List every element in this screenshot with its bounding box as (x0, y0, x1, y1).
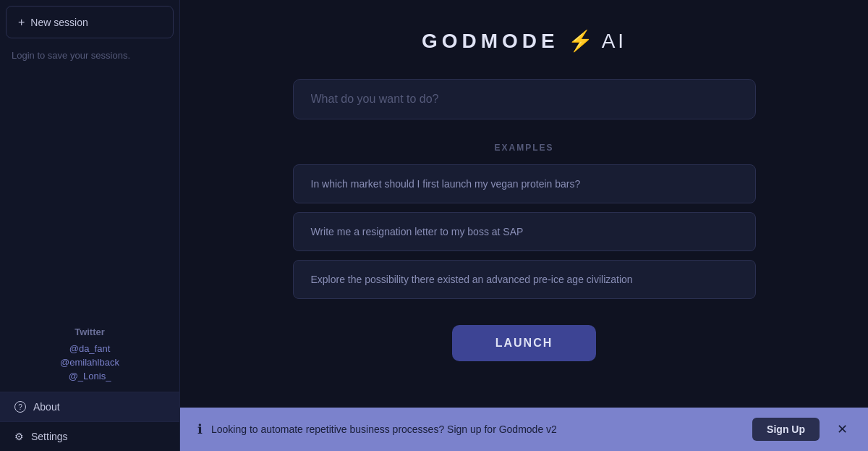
question-icon: ? (14, 401, 26, 413)
main-content: GODMODE ⚡ AI EXAMPLES In which market sh… (180, 0, 868, 408)
about-label: About (33, 401, 60, 413)
twitter-label: Twitter (12, 326, 168, 337)
examples-label: EXAMPLES (293, 143, 756, 153)
ai-text: AI (602, 30, 626, 53)
example-card-2[interactable]: Write me a resignation letter to my boss… (293, 212, 756, 251)
settings-button[interactable]: ⚙ Settings (0, 422, 179, 451)
twitter-section: Twitter @da_fant @emilahlback @_Lonis_ (0, 318, 179, 392)
new-session-button[interactable]: + New session (6, 6, 174, 38)
about-button[interactable]: ? About (0, 392, 179, 422)
plus-icon: + (18, 16, 25, 29)
logo-text: GODMODE (422, 30, 559, 53)
example-card-1[interactable]: In which market should I first launch my… (293, 164, 756, 203)
twitter-link-3[interactable]: @_Lonis_ (12, 369, 168, 383)
gear-icon: ⚙ (14, 431, 24, 442)
sign-up-button[interactable]: Sign Up (752, 418, 820, 441)
info-icon: ℹ (197, 421, 203, 437)
twitter-link-2[interactable]: @emilahlback (12, 355, 168, 369)
bottom-banner: ℹ Looking to automate repetitive busines… (180, 408, 868, 451)
sidebar: + New session Login to save your session… (0, 0, 180, 451)
lightning-icon: ⚡ (568, 29, 593, 53)
examples-section: EXAMPLES In which market should I first … (293, 143, 756, 308)
example-card-3[interactable]: Explore the possibility there existed an… (293, 260, 756, 299)
new-session-label: New session (30, 17, 88, 28)
close-banner-button[interactable]: ✕ (834, 421, 851, 437)
settings-label: Settings (31, 431, 68, 442)
login-text: Login to save your sessions. (0, 44, 179, 67)
banner-text: Looking to automate repetitive business … (211, 423, 744, 435)
launch-button[interactable]: LAUNCH (452, 325, 597, 361)
twitter-link-1[interactable]: @da_fant (12, 342, 168, 355)
sidebar-bottom: ? About ⚙ Settings (0, 392, 179, 451)
bottom-section: ℹ Looking to automate repetitive busines… (180, 408, 868, 451)
search-wrapper (293, 79, 756, 119)
search-input[interactable] (293, 79, 756, 119)
logo-area: GODMODE ⚡ AI (422, 29, 626, 53)
